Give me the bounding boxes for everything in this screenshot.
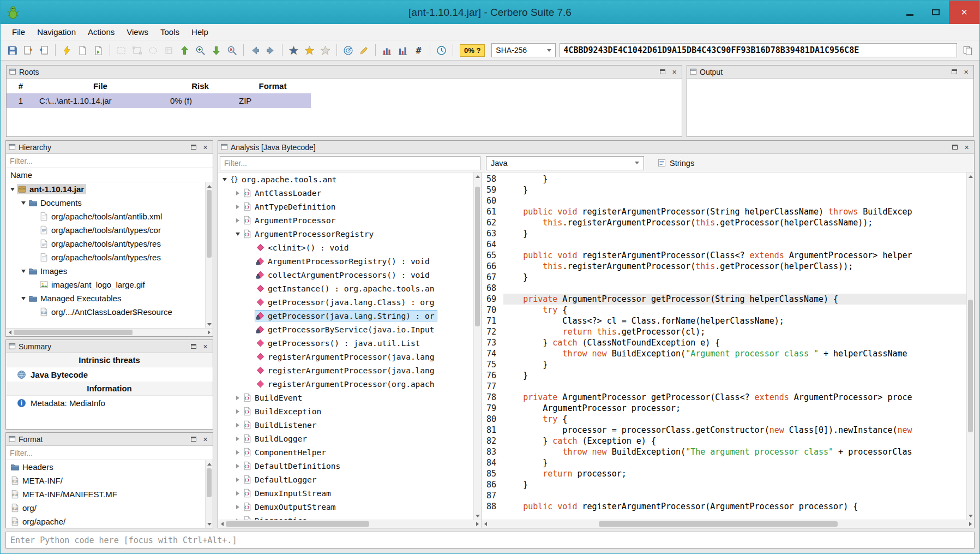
analysis-tree-item[interactable]: collectArgumentProcessors() : void	[218, 268, 473, 282]
new-file-button[interactable]	[75, 43, 90, 58]
edit-button[interactable]	[357, 43, 371, 58]
hierarchy-panel-float-button[interactable]	[189, 142, 198, 152]
analysis-tree-item[interactable]: DefaultDefinitions	[218, 459, 473, 473]
roots-table-row[interactable]: 1C:\...\ant-1.10.14.jar0% (f)ZIP	[7, 93, 682, 108]
hierarchy-filter-input[interactable]	[6, 154, 213, 168]
analysis-tree-vertical-scrollbar[interactable]	[473, 172, 481, 520]
summary-item[interactable]: Metadata: MediaInfo	[6, 396, 213, 410]
hierarchy-horizontal-scrollbar[interactable]	[6, 328, 213, 336]
analysis-tree-item[interactable]: AntClassLoader	[218, 186, 473, 200]
code-line[interactable]: 84 }	[482, 457, 966, 468]
hierarchy-item[interactable]: org/apache/tools/ant/types/res	[6, 251, 205, 264]
code-line[interactable]: 63 }	[482, 228, 966, 239]
code-line[interactable]: 58 }	[482, 174, 966, 184]
summary-panel-float-button[interactable]	[189, 342, 198, 351]
expander[interactable]	[233, 503, 242, 511]
analysis-tree-item[interactable]: getInstance() : org.apache.tools.an	[218, 282, 473, 295]
scroll-down-button[interactable]	[967, 512, 975, 520]
hierarchy-item[interactable]: org/apache/tools/ant/antlib.xml	[6, 210, 205, 223]
expander[interactable]	[233, 462, 242, 470]
expander[interactable]	[19, 267, 28, 276]
quick-scan-button[interactable]	[59, 43, 74, 58]
summary-panel-close-button[interactable]: ×	[201, 342, 210, 351]
scroll-left-button[interactable]	[482, 520, 489, 528]
roots-panel-float-button[interactable]	[658, 67, 667, 76]
code-line[interactable]: 73 } catch (ClassNotFoundException e) {	[482, 337, 966, 348]
menu-actions[interactable]: Actions	[82, 25, 121, 39]
hierarchy-item[interactable]: 010org/.../AntClassLoader$Resource	[6, 305, 205, 319]
hierarchy-item[interactable]: images/ant_logo_large.gif	[6, 278, 205, 291]
analysis-tree-item[interactable]: {}org.apache.tools.ant	[218, 172, 473, 186]
menu-views[interactable]: Views	[121, 25, 154, 39]
select-rect-button[interactable]	[114, 43, 129, 58]
analysis-panel-close-button[interactable]: ×	[962, 142, 971, 152]
analysis-tree-item[interactable]: BuildListener	[218, 418, 473, 432]
scroll-track[interactable]	[967, 180, 974, 512]
scroll-up-button[interactable]	[474, 172, 482, 180]
goto-next-button[interactable]	[209, 43, 224, 58]
hash-tool-button[interactable]: #	[411, 43, 426, 58]
scroll-down-button[interactable]	[206, 320, 213, 328]
output-panel-float-button[interactable]	[949, 67, 959, 76]
expander[interactable]	[233, 434, 242, 443]
histogram-view-button[interactable]	[395, 43, 410, 58]
navigate-forward-button[interactable]	[263, 43, 278, 58]
import-button[interactable]	[37, 43, 51, 58]
code-line[interactable]: 69 private ArgumentProcessor getProcesso…	[482, 294, 966, 305]
expander[interactable]	[233, 421, 242, 430]
code-line[interactable]: 83 throw new BuildException("The argumen…	[482, 446, 966, 457]
code-line[interactable]: 88 public void registerArgumentProcessor…	[482, 501, 966, 512]
analysis-tree-item[interactable]: ArgumentProcessorRegistry	[218, 227, 473, 241]
expander[interactable]	[220, 175, 229, 184]
output-panel-close-button[interactable]: ×	[961, 67, 971, 76]
code-line[interactable]: 68	[482, 283, 966, 294]
select-circle-button[interactable]	[146, 43, 160, 58]
expander[interactable]	[233, 216, 242, 225]
scroll-right-button[interactable]	[205, 329, 213, 336]
analysis-tree-item[interactable]: registerArgumentProcessor(org.apach	[218, 377, 473, 391]
scroll-right-button[interactable]	[966, 520, 974, 528]
analysis-tree-item[interactable]: getProcessor(java.lang.Class) : org	[218, 295, 473, 309]
code-line[interactable]: 70 try {	[482, 305, 966, 315]
code-line[interactable]: 61 public void registerArgumentProcessor…	[482, 206, 966, 217]
select-square-button[interactable]	[161, 43, 176, 58]
expander[interactable]	[233, 202, 242, 211]
python-console-input[interactable]	[5, 532, 975, 549]
hierarchy-panel-close-button[interactable]: ×	[201, 142, 210, 152]
scroll-track[interactable]	[474, 180, 481, 512]
format-item[interactable]: 010META-INF/	[6, 474, 205, 487]
history-button[interactable]	[434, 43, 449, 58]
analysis-tree-item[interactable]: ArgumentProcessor	[218, 213, 473, 227]
code-view[interactable]: 58 }59 }6061 public void registerArgumen…	[482, 172, 966, 520]
code-line[interactable]: 77	[482, 381, 966, 392]
analysis-tree-item[interactable]: Diagnostics	[218, 514, 473, 520]
code-horizontal-scrollbar[interactable]	[482, 520, 974, 528]
expander[interactable]	[233, 230, 242, 239]
scroll-track[interactable]	[14, 329, 205, 336]
format-item[interactable]: 010org/apache/	[6, 515, 205, 528]
analysis-tree-item[interactable]: AntTypeDefinition	[218, 200, 473, 213]
analysis-tree-item[interactable]: DefaultLogger	[218, 473, 473, 486]
search-in-file-button[interactable]	[193, 43, 208, 58]
minimize-button[interactable]	[897, 1, 923, 24]
expander[interactable]	[233, 489, 242, 498]
scroll-track[interactable]	[206, 468, 213, 520]
format-item[interactable]: 010META-INF/MANIFEST.MF	[6, 487, 205, 501]
hash-value-input[interactable]	[560, 43, 957, 57]
analysis-panel-float-button[interactable]	[950, 142, 959, 152]
expander[interactable]	[233, 189, 242, 198]
menu-tools[interactable]: Tools	[154, 25, 185, 39]
analysis-tree-item[interactable]: getProcessor(java.lang.String) : or	[218, 309, 473, 323]
expander[interactable]	[19, 199, 28, 207]
scroll-track[interactable]	[206, 190, 213, 320]
analysis-tree-item[interactable]: BuildException	[218, 404, 473, 418]
code-line[interactable]: 86 }	[482, 479, 966, 490]
scroll-up-button[interactable]	[206, 182, 213, 190]
expander[interactable]	[8, 185, 17, 194]
analysis-tree-horizontal-scrollbar[interactable]	[218, 520, 481, 528]
navigate-back-button[interactable]	[248, 43, 262, 58]
format-vertical-scrollbar[interactable]	[205, 460, 213, 528]
code-line[interactable]: 75 }	[482, 359, 966, 370]
scroll-right-button[interactable]	[473, 520, 481, 528]
save-button[interactable]	[5, 43, 20, 58]
